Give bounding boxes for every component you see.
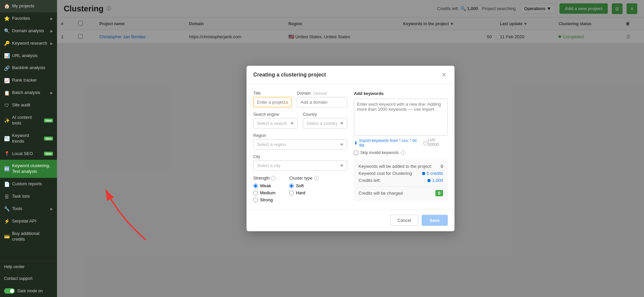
cluster-soft-radio[interactable] (289, 184, 294, 188)
modal-close-button[interactable]: ✕ (440, 71, 448, 79)
sidebar-item-ai-content-tools[interactable]: ✨ AI content tools New (0, 111, 57, 130)
strength-strong-label: Strong (260, 197, 273, 202)
sidebar-item-favorites[interactable]: ⭐ Favorites ▶ (0, 12, 57, 25)
arrow-icon: ▶ (50, 207, 53, 211)
sidebar-item-keyword-research[interactable]: 🔑 Keyword research ▶ (0, 37, 57, 50)
new-badge: New (44, 118, 53, 122)
skip-invalid-checkbox[interactable] (354, 151, 358, 155)
dark-mode-toggle[interactable]: Dark mode on (0, 285, 57, 297)
trend-icon: 📉 (4, 136, 9, 141)
region-label: Region (253, 133, 347, 138)
sidebar-item-batch-analysis[interactable]: 📋 Batch analysis ▶ (0, 87, 57, 99)
modal-footer: Cancel Save (247, 209, 454, 231)
batch-icon: 📋 (4, 90, 9, 96)
cost-dot (422, 172, 425, 175)
left-count: Left: 50000 (428, 138, 448, 147)
credits-charged-row: Credits will be charged 0 (359, 186, 443, 196)
title-group: Title ⚠ (253, 91, 291, 107)
sidebar-item-custom-reports[interactable]: 📄 Custom reports (0, 178, 57, 190)
search-engine-select[interactable]: Select a search en... (253, 118, 298, 129)
new-badge: New (44, 137, 53, 141)
download-icon: ⬇ (354, 140, 358, 146)
modal-header: Creating a clustering project ✕ (247, 66, 454, 84)
chart-icon: 📊 (4, 53, 9, 58)
sidebar-item-domain-analysis[interactable]: 🔍 Domain analysis ▶ (0, 25, 57, 37)
cluster-hard-radio[interactable] (289, 191, 294, 195)
region-group: Region Select a region (253, 133, 347, 150)
sidebar-item-site-audit[interactable]: 🛡 Site audit (0, 99, 57, 111)
city-select[interactable]: Select a city (253, 160, 347, 171)
modal-columns: Title ⚠ Domain Optional (253, 91, 448, 202)
sidebar-item-buy-credits[interactable]: 💳 Buy additional credits (0, 228, 57, 246)
keywords-textarea[interactable] (354, 99, 448, 136)
cluster-type-label: Cluster type i (289, 176, 318, 181)
shield-icon: 🛡 (4, 103, 9, 108)
credits-left-row: Credits left: 1,000 (359, 178, 443, 183)
api-icon: ⚡ (4, 218, 9, 224)
sidebar-item-serpstat-api[interactable]: ⚡ Serpstat API (0, 215, 57, 228)
warning-icon: ⚠ (285, 100, 289, 105)
sidebar-item-keyword-trends[interactable]: 📉 Keyword trends New (0, 130, 57, 148)
tools-icon: 🔧 (4, 206, 9, 211)
search-icon: 🔍 (4, 28, 9, 34)
modal-overlay[interactable]: Creating a clustering project ✕ Title ⚠ (57, 0, 644, 297)
skip-invalid-label[interactable]: Skip invalid keywords i (354, 150, 448, 155)
cancel-button[interactable]: Cancel (390, 215, 418, 226)
strength-medium[interactable]: Medium (253, 190, 276, 195)
import-link[interactable]: ⬇ Import keywords from *.csv, *.txt file… (354, 138, 428, 148)
strength-strong[interactable]: Strong (253, 197, 276, 202)
import-info-icon[interactable]: ? (423, 141, 428, 145)
sidebar-item-keyword-clustering[interactable]: 🔤 Keyword clustering, Text analysis (0, 160, 57, 178)
sidebar-item-backlink-analysis[interactable]: 🔗 Backlink analysis (0, 62, 57, 74)
sidebar-bottom: Help center Contact support Dark mode on (0, 261, 57, 297)
cluster-type-group: Cluster type i Soft (289, 176, 318, 202)
modal-right: Add keywords ⬇ Import keywords from *.cs… (354, 91, 448, 202)
dark-mode-switch[interactable] (4, 288, 15, 294)
save-button[interactable]: Save (422, 215, 448, 226)
cluster-radio-group: Soft Hard (289, 183, 318, 195)
arrow-annotation (92, 176, 159, 243)
credits-left-value: 1,000 (427, 178, 443, 183)
strength-weak-radio[interactable] (253, 184, 258, 188)
add-keywords-label: Add keywords (354, 91, 448, 96)
strength-medium-radio[interactable] (253, 191, 258, 195)
domain-input[interactable] (297, 97, 347, 107)
keywords-added-row: Keywords will be added to the project: 0 (359, 164, 443, 169)
sidebar-item-contact-support[interactable]: Contact support (0, 273, 57, 285)
text-icon: 🔤 (4, 166, 9, 171)
cluster-hard-label: Hard (296, 190, 305, 195)
strength-weak-label: Weak (260, 183, 271, 188)
list-icon: ☰ (4, 194, 9, 199)
modal: Creating a clustering project ✕ Title ⚠ (247, 66, 454, 231)
link-icon: 🔗 (4, 65, 9, 71)
strength-label: Strength i (253, 176, 276, 181)
cluster-hard[interactable]: Hard (289, 190, 318, 195)
country-label: Country (303, 112, 347, 117)
country-select[interactable]: Select a country (303, 118, 347, 129)
sidebar-item-local-seo[interactable]: 📍 Local SEO New (0, 148, 57, 160)
modal-body: Title ⚠ Domain Optional (247, 84, 454, 209)
sparkle-icon: ✨ (4, 118, 9, 123)
sidebar-item-my-projects[interactable]: 🏠 My projects (0, 0, 57, 12)
strength-strong-radio[interactable] (253, 198, 258, 202)
cluster-type-info-icon[interactable]: i (314, 176, 319, 181)
sidebar-item-task-lists[interactable]: ☰ Task lists (0, 190, 57, 203)
title-domain-row: Title ⚠ Domain Optional (253, 91, 347, 107)
strength-weak[interactable]: Weak (253, 183, 276, 188)
keyword-cost-value: 5 credits (422, 171, 443, 176)
cluster-soft[interactable]: Soft (289, 183, 318, 188)
import-row: ⬇ Import keywords from *.csv, *.txt file… (354, 137, 448, 148)
sidebar-item-rank-tracker[interactable]: 📈 Rank tracker (0, 74, 57, 87)
region-select[interactable]: Select a region (253, 139, 347, 150)
sidebar-item-tools[interactable]: 🔧 Tools ▶ (0, 203, 57, 215)
arrow-icon: ▶ (50, 29, 53, 33)
sidebar-item-help-center[interactable]: Help center (0, 261, 57, 273)
sidebar-item-url-analysis[interactable]: 📊 URL analysis (0, 50, 57, 62)
modal-left: Title ⚠ Domain Optional (253, 91, 347, 202)
strength-medium-label: Medium (260, 190, 275, 195)
dark-mode-label: Dark mode on (17, 289, 43, 293)
credits-dot (427, 179, 431, 182)
strength-info-icon[interactable]: i (271, 176, 276, 181)
sidebar: 🏠 My projects ⭐ Favorites ▶ 🔍 Domain ana… (0, 0, 57, 297)
skip-info-icon[interactable]: i (401, 150, 406, 155)
